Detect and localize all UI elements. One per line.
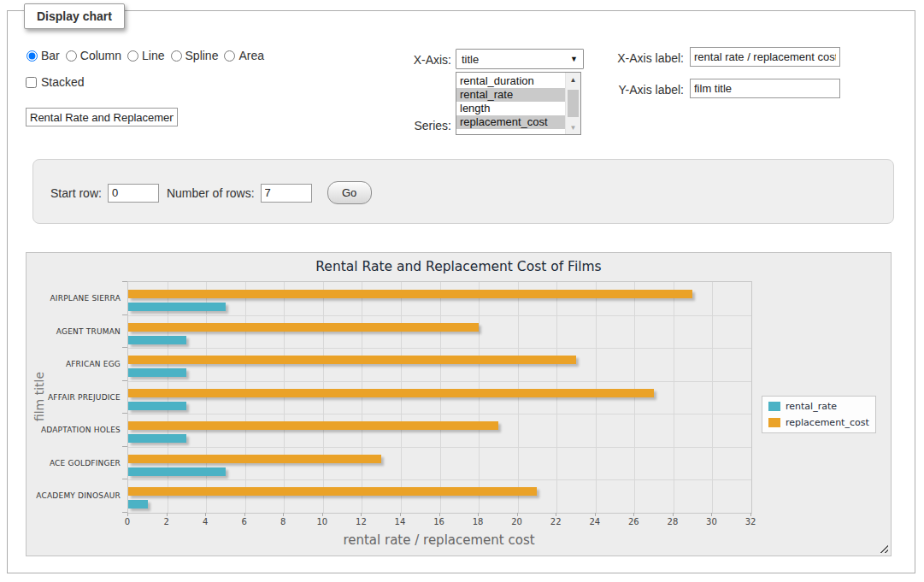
chart-type-radio-spline[interactable] <box>171 50 182 62</box>
x-tick-label: 0 <box>112 517 143 526</box>
gridline-vertical <box>323 282 324 513</box>
bar-replacement_cost <box>128 323 479 332</box>
plot-area <box>127 281 752 514</box>
gridline-vertical <box>245 282 246 513</box>
category-label: AFFAIR PREJUDICE <box>26 393 121 402</box>
chart-type-label-spline: Spline <box>185 49 219 62</box>
bar-replacement_cost <box>128 356 576 364</box>
bar-replacement_cost <box>128 455 381 463</box>
x-axis-tick <box>673 513 674 516</box>
legend-label-replacement_cost: replacement_cost <box>786 417 869 428</box>
chart-type-group: BarColumnLineSplineArea <box>26 49 270 62</box>
chart-legend: rental_ratereplacement_cost <box>762 396 876 433</box>
bar-rental_rate <box>128 467 226 476</box>
y-axis-label-input[interactable] <box>690 79 840 98</box>
x-tick-label: 26 <box>618 517 649 526</box>
category-label: ADAPTATION HOLES <box>26 426 121 434</box>
scrollbar-thumb[interactable] <box>568 90 579 117</box>
bar-rental_rate <box>128 402 186 410</box>
x-tick-label: 20 <box>502 517 533 526</box>
bar-rental_rate <box>128 434 186 443</box>
row-controls-panel: Start row: Number of rows: Go <box>32 159 894 224</box>
gridline-horizontal <box>128 348 751 349</box>
x-axis-tick <box>711 513 712 516</box>
legend-label-rental_rate: rental_rate <box>786 401 837 412</box>
chart-type-label-line: Line <box>142 49 164 62</box>
legend-item-rental_rate: rental_rate <box>768 401 869 412</box>
series-option-length[interactable]: length <box>456 102 566 115</box>
x-tick-label: 30 <box>696 517 727 526</box>
chart-type-option-bar[interactable]: Bar <box>26 49 60 62</box>
series-option-replacement_cost[interactable]: replacement_cost <box>456 115 566 129</box>
series-scrollbar[interactable]: ▲ ▼ <box>565 73 580 134</box>
series-listbox[interactable]: rental_durationrental_ratelengthreplacem… <box>456 72 581 135</box>
chart-type-option-column[interactable]: Column <box>66 49 121 62</box>
x-axis-tick <box>244 513 245 516</box>
series-option-rental_duration[interactable]: rental_duration <box>456 74 566 88</box>
chart-type-label-bar: Bar <box>41 49 60 62</box>
x-axis-tick <box>205 513 206 516</box>
y-axis-tick <box>122 315 127 315</box>
scroll-down-icon[interactable]: ▼ <box>566 121 580 133</box>
gridline-vertical <box>284 282 285 513</box>
stacked-checkbox[interactable] <box>26 77 37 88</box>
x-axis-tick <box>517 513 518 516</box>
chart-type-radio-column[interactable] <box>66 50 77 62</box>
gridline-vertical <box>634 282 635 513</box>
chart-type-option-area[interactable]: Area <box>224 49 264 62</box>
chart-type-label-area: Area <box>238 49 264 62</box>
num-rows-label: Number of rows: <box>167 186 255 200</box>
x-axis-tick <box>439 513 440 516</box>
chart-type-radio-line[interactable] <box>127 50 138 62</box>
chart-type-option-spline[interactable]: Spline <box>171 49 219 62</box>
dropdown-arrow-icon: ▼ <box>570 55 578 63</box>
x-axis-label-label: X-Axis label: <box>601 51 684 65</box>
x-tick-label: 14 <box>385 517 415 526</box>
y-axis-tick <box>122 446 127 447</box>
x-axis-selected-value: title <box>462 53 479 66</box>
bar-rental_rate <box>128 368 186 377</box>
x-axis-label-input[interactable] <box>690 47 840 67</box>
legend-swatch-replacement_cost <box>768 418 780 427</box>
x-axis-tick <box>283 513 284 516</box>
resize-handle-icon[interactable] <box>878 543 888 553</box>
x-axis-tick <box>478 513 479 516</box>
gridline-vertical <box>674 282 674 513</box>
row-controls: Start row: Number of rows: Go <box>50 181 372 204</box>
gridline-vertical <box>440 282 441 513</box>
y-axis-label-label: Y-Axis label: <box>601 83 684 97</box>
scroll-up-icon[interactable]: ▲ <box>566 73 580 85</box>
fieldset-legend: Display chart <box>24 3 125 29</box>
chart-x-axis-label: rental rate / replacement cost <box>127 532 750 548</box>
gridline-vertical <box>518 282 519 513</box>
chart-type-radio-bar[interactable] <box>26 50 38 62</box>
x-axis-select-label: X-Axis: <box>376 53 451 67</box>
x-axis-tick <box>361 513 362 516</box>
bar-replacement_cost <box>128 487 537 496</box>
gridline-vertical <box>479 282 480 513</box>
num-rows-input[interactable] <box>261 184 312 203</box>
gridline-horizontal <box>128 381 751 382</box>
x-tick-label: 6 <box>229 517 260 526</box>
series-option-rental_rate[interactable]: rental_rate <box>456 88 566 102</box>
x-axis-select[interactable]: title ▼ <box>456 49 584 69</box>
x-tick-label: 22 <box>540 517 571 526</box>
x-axis-tick <box>556 513 556 516</box>
gridline-vertical <box>401 282 402 513</box>
chart-type-option-line[interactable]: Line <box>127 49 164 62</box>
x-tick-label: 32 <box>735 517 766 526</box>
start-row-label: Start row: <box>50 186 102 200</box>
x-tick-label: 2 <box>151 517 182 526</box>
start-row-input[interactable] <box>108 184 159 203</box>
x-tick-label: 4 <box>190 517 221 526</box>
bar-rental_rate <box>128 500 148 509</box>
category-label: AGENT TRUMAN <box>26 327 121 336</box>
stacked-option[interactable]: Stacked <box>26 75 85 89</box>
bar-replacement_cost <box>128 290 692 298</box>
chart-title: Rental Rate and Replacement Cost of Film… <box>26 259 891 274</box>
chart-type-radio-area[interactable] <box>224 50 235 62</box>
y-axis-tick <box>122 281 127 282</box>
chart-title-input[interactable] <box>26 108 178 126</box>
go-button[interactable]: Go <box>327 181 372 204</box>
category-label: AFRICAN EGG <box>26 360 121 368</box>
